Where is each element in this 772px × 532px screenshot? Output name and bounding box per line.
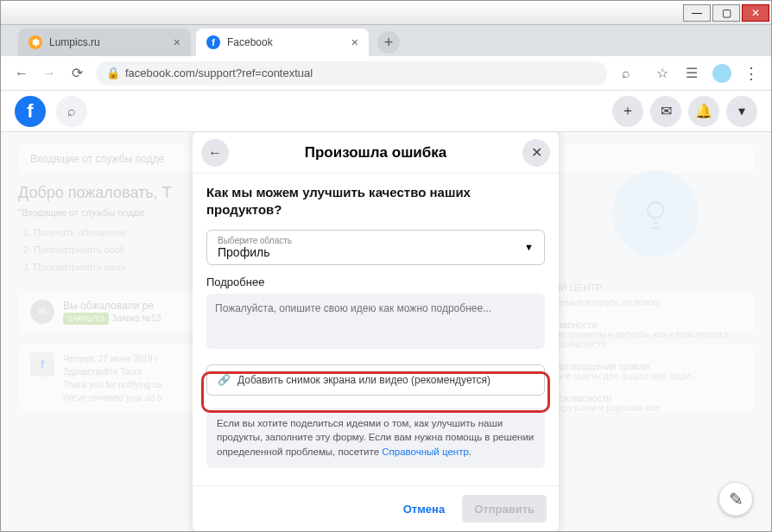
tab-close-icon[interactable]: × <box>351 35 358 49</box>
lumpics-favicon: ✽ <box>28 35 42 49</box>
account-menu-icon[interactable]: ▾ <box>726 96 757 127</box>
chevron-down-icon: ▼ <box>524 242 534 252</box>
page-content: Входящие от службы подде Добро пожаловат… <box>1 132 771 531</box>
info-text: Если вы хотите поделиться идеями о том, … <box>217 418 534 457</box>
tab-close-icon[interactable]: × <box>174 35 180 49</box>
question-heading: Как мы можем улучшить качество наших про… <box>206 184 545 219</box>
lock-icon: 🔒 <box>106 66 120 79</box>
cancel-button[interactable]: Отмена <box>391 495 457 522</box>
url-text: facebook.com/support?ref=contextual <box>125 66 313 79</box>
reading-list-icon[interactable]: ☰ <box>683 65 700 82</box>
help-center-link[interactable]: Справочный центр <box>382 446 469 457</box>
reload-icon[interactable]: ⟳ <box>68 65 85 82</box>
tab-label: Lumpics.ru <box>49 36 100 48</box>
facebook-favicon: f <box>206 35 220 49</box>
messenger-icon[interactable]: ✉ <box>650 96 681 127</box>
window-titlebar: — ▢ ✕ <box>1 1 771 25</box>
area-select[interactable]: Выберите область Профиль ▼ <box>206 230 545 265</box>
dialog-header: ← Произошла ошибка ✕ <box>193 132 559 174</box>
info-box: Если вы хотите поделиться идеями о том, … <box>206 408 545 468</box>
create-button[interactable]: ＋ <box>612 96 643 127</box>
tab-strip: ✽ Lumpics.ru × f Facebook × + <box>1 25 771 56</box>
back-icon[interactable]: ← <box>13 65 30 82</box>
dialog-back-button[interactable]: ← <box>201 139 229 167</box>
select-label: Выберите область <box>218 236 292 245</box>
dialog-body: Как мы можем улучшить качество наших про… <box>193 174 559 485</box>
url-field[interactable]: 🔒 facebook.com/support?ref=contextual <box>96 61 607 86</box>
browser-menu-icon[interactable]: ⋮ <box>744 64 759 83</box>
new-tab-button[interactable]: + <box>377 31 400 54</box>
details-textarea[interactable] <box>206 294 545 349</box>
facebook-search-button[interactable]: ⌕ <box>56 96 87 127</box>
tab-lumpics[interactable]: ✽ Lumpics.ru × <box>18 28 191 56</box>
details-label: Подробнее <box>206 276 545 288</box>
search-icon[interactable]: ⌕ <box>617 65 635 82</box>
feedback-dialog: ← Произошла ошибка ✕ Как мы можем улучши… <box>193 132 559 531</box>
address-bar: ← → ⟳ 🔒 facebook.com/support?ref=context… <box>1 56 771 91</box>
facebook-header: f ⌕ ＋ ✉ 🔔 ▾ <box>1 91 771 132</box>
notifications-icon[interactable]: 🔔 <box>688 96 719 127</box>
submit-button: Отправить <box>462 495 547 522</box>
forward-icon[interactable]: → <box>41 65 58 82</box>
paperclip-icon: 🔗 <box>218 374 231 386</box>
dialog-close-button[interactable]: ✕ <box>522 139 550 167</box>
close-window-button[interactable]: ✕ <box>742 4 769 22</box>
select-value: Профиль <box>218 245 292 259</box>
star-icon[interactable]: ☆ <box>654 65 671 82</box>
facebook-logo[interactable]: f <box>15 96 46 127</box>
tab-facebook[interactable]: f Facebook × <box>196 28 369 56</box>
new-message-fab[interactable]: ✎ <box>719 483 752 516</box>
dialog-title: Произошла ошибка <box>305 144 446 162</box>
dialog-footer: Отмена Отправить <box>193 485 559 531</box>
maximize-button[interactable]: ▢ <box>712 4 740 22</box>
add-screenshot-button[interactable]: 🔗 Добавить снимок экрана или видео (реко… <box>206 364 545 396</box>
tab-label: Facebook <box>227 36 273 48</box>
minimize-button[interactable]: — <box>683 4 711 22</box>
attach-label: Добавить снимок экрана или видео (рекоме… <box>237 374 490 386</box>
profile-avatar[interactable] <box>712 64 731 83</box>
